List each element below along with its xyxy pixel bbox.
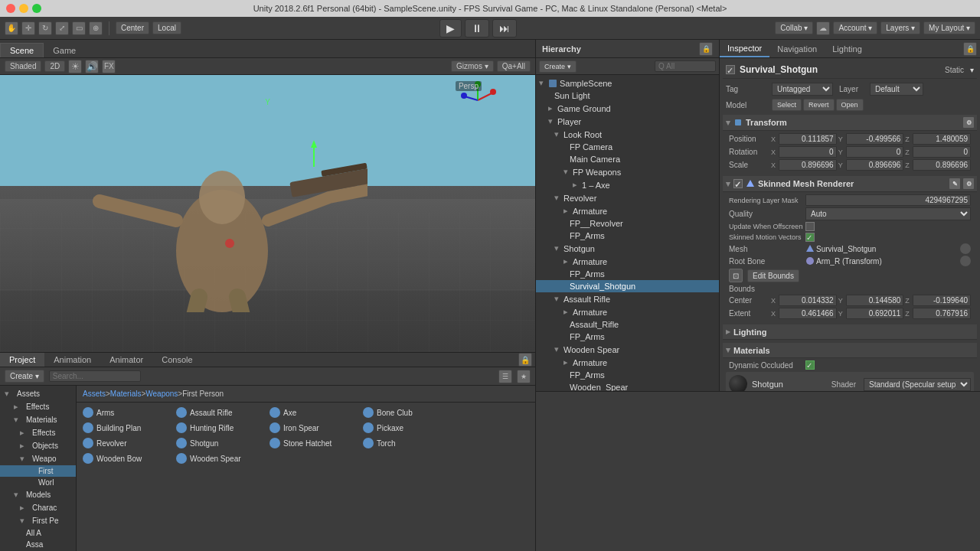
asset-stone-hatchet[interactable]: Stone Hatchet — [266, 436, 358, 450]
skinned-mesh-checkbox[interactable]: ✓ — [733, 179, 743, 188]
edit-bounds-icon[interactable]: ⊡ — [729, 269, 743, 282]
collab-button[interactable]: Collab ▾ — [775, 21, 813, 34]
rot-x[interactable] — [779, 146, 837, 158]
filter-icon[interactable]: ☰ — [498, 370, 512, 383]
h-assaultrifle[interactable]: ▾ Assault Rifle — [536, 292, 719, 305]
asset-wooden-bow[interactable]: Wooden Bow — [80, 452, 172, 465]
maximize-button[interactable] — [32, 4, 41, 13]
breadcrumb-materials[interactable]: Materials — [110, 390, 142, 398]
gizmos-button[interactable]: Gizmos ▾ — [451, 60, 494, 72]
tree-mat-effects[interactable]: ▸Effects — [0, 426, 76, 439]
tab-project[interactable]: Project — [0, 353, 44, 367]
layout-button[interactable]: My Layout ▾ — [923, 21, 975, 34]
h-ws-fparms[interactable]: FP_Arms — [536, 369, 719, 381]
local-button[interactable]: Local — [152, 21, 181, 34]
extent-y[interactable] — [846, 308, 904, 319]
asset-axe[interactable]: Axe — [266, 406, 358, 419]
h-ar-armature[interactable]: ▸ Armature — [536, 305, 719, 318]
asset-bone-club[interactable]: Bone Club — [360, 406, 452, 419]
transform-header[interactable]: ▾ Transform ⚙ — [723, 115, 977, 131]
object-name[interactable]: Survival_Shotgun — [740, 64, 940, 75]
h-assault-rifle[interactable]: Assault_Rifle — [536, 318, 719, 331]
rect-tool[interactable]: ▭ — [72, 21, 86, 35]
h-survival-shotgun[interactable]: Survival_Shotgun — [536, 280, 719, 292]
all-button[interactable]: Qa+All — [497, 60, 531, 72]
play-button[interactable]: ▶ — [439, 19, 462, 37]
hierarchy-search[interactable] — [655, 60, 716, 72]
account-button[interactable]: Account ▾ — [833, 21, 877, 34]
h-fprevolver[interactable]: FP__Revolver — [536, 217, 719, 230]
rot-z[interactable] — [913, 146, 971, 158]
h-shotgun[interactable]: ▾ Shotgun — [536, 242, 719, 255]
tree-first[interactable]: First — [0, 465, 76, 477]
asset-revolver[interactable]: Revolver — [80, 436, 172, 450]
tree-objects[interactable]: ▸Objects — [0, 439, 76, 452]
h-shot-armature[interactable]: ▸ Armature — [536, 255, 719, 268]
h-rev-armature[interactable]: ▸ Armature — [536, 204, 719, 217]
breadcrumb-weapons[interactable]: Weapons — [145, 390, 178, 398]
scale-tool[interactable]: ⤢ — [55, 21, 69, 35]
tree-effects[interactable]: ▸Effects — [0, 400, 76, 413]
breadcrumb-assets[interactable]: Assets — [83, 390, 106, 398]
h-lookroot[interactable]: ▾ Look Root — [536, 128, 719, 141]
breadcrumb-firstperson[interactable]: First Person — [182, 390, 224, 398]
move-tool[interactable]: ✛ — [21, 21, 35, 35]
tab-lighting[interactable]: Lighting — [825, 41, 870, 57]
hierarchy-lock[interactable]: 🔒 — [699, 42, 713, 56]
quality-select[interactable]: Auto — [805, 207, 971, 220]
scale-z[interactable] — [913, 159, 971, 171]
asset-assault-rifle[interactable]: Assault Rifle — [173, 406, 265, 419]
hierarchy-create[interactable]: Create ▾ — [539, 60, 577, 73]
search-input[interactable] — [49, 370, 141, 382]
tree-weapo[interactable]: ▾Weapo — [0, 452, 76, 465]
sm-settings-icon[interactable]: ⚙ — [963, 178, 974, 189]
tab-navigation[interactable]: Navigation — [769, 41, 825, 57]
tab-scene[interactable]: Scene — [0, 43, 44, 57]
comp-settings-icon[interactable]: ⚙ — [963, 117, 974, 128]
tree-models[interactable]: ▾Models — [0, 488, 76, 501]
scale-y[interactable] — [846, 159, 904, 171]
transform-tool[interactable]: ⊕ — [89, 21, 103, 35]
h-sunlight[interactable]: Sun Light — [536, 90, 719, 102]
asset-torch[interactable]: Torch — [360, 436, 452, 450]
tree-firstpe[interactable]: ▾First Pe — [0, 514, 76, 527]
tree-assets[interactable]: ▾Assets — [0, 387, 76, 400]
center-button[interactable]: Center — [116, 21, 149, 34]
object-enabled-checkbox[interactable]: ✓ — [726, 65, 735, 74]
minimize-button[interactable] — [19, 4, 28, 13]
h-wooden-spear[interactable]: Wooden_Spear — [536, 381, 719, 391]
cloud-icon[interactable]: ☁ — [816, 21, 830, 35]
scale-x[interactable] — [779, 159, 837, 171]
shaded-button[interactable]: Shaded — [5, 60, 41, 72]
asset-arms[interactable]: Arms — [80, 406, 172, 419]
mesh-pick-icon[interactable] — [960, 243, 971, 254]
center-x[interactable] — [779, 295, 837, 306]
lock-icon[interactable]: 🔒 — [518, 353, 532, 367]
h-maincamera[interactable]: Main Camera — [536, 153, 719, 165]
tab-animation[interactable]: Animation — [44, 353, 100, 367]
tab-inspector[interactable]: Inspector — [720, 41, 769, 57]
star-icon[interactable]: ★ — [517, 370, 531, 383]
tree-world[interactable]: Worl — [0, 477, 76, 488]
tree-assa[interactable]: Assa — [0, 539, 76, 550]
center-z[interactable] — [913, 295, 971, 306]
select-button[interactable]: Select — [772, 99, 802, 111]
fx-icon[interactable]: FX — [102, 60, 116, 73]
layers-button[interactable]: Layers ▾ — [880, 21, 920, 34]
skinned-motion-checkbox[interactable]: ✓ — [805, 233, 815, 242]
h-gameground[interactable]: ▸ Game Ground — [536, 102, 719, 115]
edit-bounds-button[interactable]: Edit Bounds — [747, 269, 799, 282]
h-ar-fparms[interactable]: FP_Arms — [536, 331, 719, 343]
asset-building-plan[interactable]: Building Plan — [80, 421, 172, 435]
bone-pick-icon[interactable] — [960, 256, 971, 266]
center-y[interactable] — [846, 295, 904, 306]
tree-charac[interactable]: ▸Charac — [0, 501, 76, 514]
tab-console[interactable]: Console — [152, 353, 201, 367]
h-player[interactable]: ▾ Player — [536, 115, 719, 128]
asset-wooden-spear[interactable]: Wooden Spear — [173, 452, 265, 465]
tree-materials[interactable]: ▾Materials — [0, 413, 76, 426]
audio-icon[interactable]: 🔊 — [85, 60, 99, 73]
rot-y[interactable] — [846, 146, 904, 158]
light-icon[interactable]: ☀ — [68, 60, 82, 73]
hand-tool[interactable]: ✋ — [5, 21, 18, 35]
